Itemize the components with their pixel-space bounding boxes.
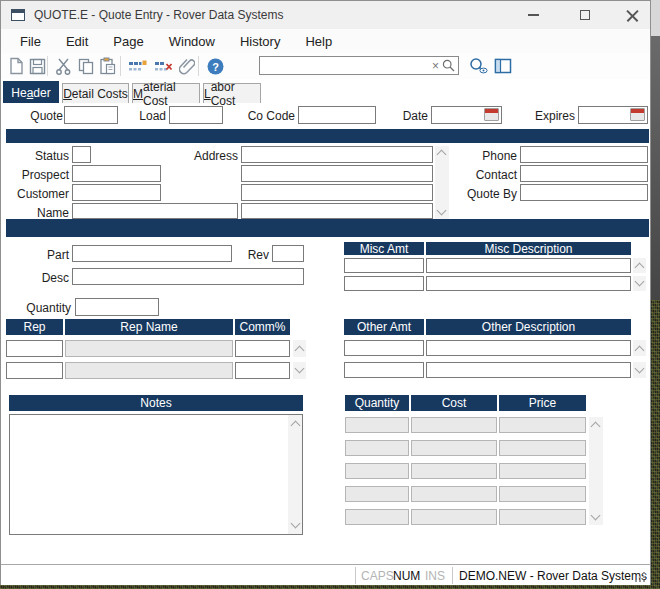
menu-help[interactable]: Help: [296, 31, 341, 52]
other-scroll-up[interactable]: [633, 340, 646, 356]
address-line1-input[interactable]: [241, 146, 433, 163]
misc-description-input-row2[interactable]: [426, 276, 631, 291]
rev-input[interactable]: [272, 245, 304, 262]
qcp-cost-cell-row4: [411, 486, 497, 502]
qcp-quantity-cell-row4: [345, 486, 409, 502]
misc-scroll-up[interactable]: [633, 258, 646, 273]
calendar-icon[interactable]: [484, 108, 499, 121]
tab-labor-cost[interactable]: Labor Cost: [203, 83, 261, 103]
cut-button[interactable]: [52, 55, 74, 77]
notes-scrollbar[interactable]: [288, 415, 302, 534]
scroll-down-icon[interactable]: [591, 511, 601, 521]
caps-indicator: CAPS: [361, 569, 394, 583]
other-description-header: Other Description: [426, 319, 631, 335]
quote-input[interactable]: [64, 106, 118, 124]
save-button[interactable]: [26, 55, 48, 77]
other-amt-input-row1[interactable]: [344, 340, 424, 356]
qcp-cost-cell-row5: [411, 509, 497, 525]
scroll-up-icon: [635, 263, 645, 273]
load-input[interactable]: [169, 106, 223, 124]
maximize-button[interactable]: [567, 1, 603, 29]
section-divider-bar: [6, 129, 649, 143]
menu-page[interactable]: Page: [104, 31, 152, 52]
quote-by-input[interactable]: [520, 184, 648, 201]
attachment-button[interactable]: [176, 55, 198, 77]
contact-label: Contact: [461, 168, 517, 182]
phone-input[interactable]: [520, 146, 648, 163]
search-input[interactable]: [260, 58, 429, 73]
misc-description-header: Misc Description: [426, 242, 631, 255]
qcp-price-header: Price: [499, 395, 586, 411]
rep-scroll-down[interactable]: [293, 362, 306, 379]
title-bar[interactable]: QUOTE.E - Quote Entry - Rover Data Syste…: [1, 1, 650, 29]
num-indicator: NUM: [393, 569, 420, 583]
scroll-down-icon[interactable]: [437, 206, 447, 216]
quote-label: Quote: [13, 109, 63, 123]
address-line3-input[interactable]: [241, 184, 433, 201]
quantity-input[interactable]: [75, 298, 159, 316]
search-icon[interactable]: [442, 59, 458, 72]
customer-input[interactable]: [72, 184, 161, 201]
misc-amt-input-row2[interactable]: [344, 276, 424, 291]
misc-description-input-row1[interactable]: [426, 258, 631, 273]
scroll-up-icon[interactable]: [437, 150, 447, 160]
qcp-cost-header: Cost: [411, 395, 497, 411]
menu-edit[interactable]: Edit: [57, 31, 97, 52]
resize-grip[interactable]: [635, 570, 647, 582]
rev-label: Rev: [239, 248, 269, 262]
contact-input[interactable]: [520, 165, 648, 182]
scroll-up-icon[interactable]: [290, 421, 300, 431]
calendar-icon[interactable]: [630, 108, 645, 121]
menu-history[interactable]: History: [231, 31, 289, 52]
close-button[interactable]: [613, 1, 651, 29]
insert-row-button[interactable]: [126, 55, 148, 77]
help-button[interactable]: ?: [204, 55, 226, 77]
other-amt-input-row2[interactable]: [344, 362, 424, 378]
tab-material-cost[interactable]: Material Cost: [132, 83, 200, 103]
comm-input-row1[interactable]: [235, 340, 290, 357]
toolbar-separator: [198, 56, 199, 76]
layout-panel-button[interactable]: [492, 55, 514, 77]
delete-row-button[interactable]: [152, 55, 174, 77]
rep-name-header: Rep Name: [65, 319, 233, 335]
minimize-button[interactable]: [515, 1, 551, 29]
menu-file[interactable]: File: [11, 31, 50, 52]
lookup-preview-button[interactable]: [467, 55, 489, 77]
new-document-button[interactable]: [5, 55, 27, 77]
menu-window[interactable]: Window: [160, 31, 224, 52]
status-input[interactable]: [72, 146, 91, 163]
prospect-input[interactable]: [72, 165, 161, 182]
attachment-icon: [179, 58, 195, 75]
copy-button[interactable]: [75, 55, 97, 77]
name-input[interactable]: [72, 203, 238, 219]
misc-amt-input-row1[interactable]: [344, 258, 424, 273]
misc-scroll-down[interactable]: [633, 276, 646, 291]
rep-input-row2[interactable]: [6, 362, 63, 379]
scroll-up-icon[interactable]: [591, 422, 601, 432]
notes-textarea[interactable]: [10, 415, 288, 534]
scroll-down-icon[interactable]: [290, 519, 300, 529]
part-input[interactable]: [72, 245, 232, 262]
paste-icon: [99, 57, 116, 75]
date-label: Date: [391, 109, 428, 123]
address-line4-input[interactable]: [241, 203, 433, 219]
rep-input-row1[interactable]: [6, 340, 63, 357]
address-scrollbar[interactable]: [435, 146, 449, 219]
qcp-scrollbar[interactable]: [589, 417, 603, 525]
comm-input-row2[interactable]: [235, 362, 290, 379]
rep-scroll-up[interactable]: [293, 340, 306, 357]
paste-button[interactable]: [96, 55, 118, 77]
co-code-input[interactable]: [298, 106, 376, 124]
other-scroll-down[interactable]: [633, 362, 646, 378]
tab-header[interactable]: Header: [3, 81, 59, 103]
desc-input[interactable]: [72, 268, 304, 285]
tab-detail-costs[interactable]: Detail Costs: [62, 83, 129, 103]
scroll-down-icon: [635, 363, 645, 373]
clear-search-icon[interactable]: ×: [429, 60, 442, 72]
other-description-input-row2[interactable]: [426, 362, 631, 378]
tab-strip: Header Detail Costs Material Cost Labor …: [1, 81, 650, 103]
other-description-input-row1[interactable]: [426, 340, 631, 356]
address-line2-input[interactable]: [241, 165, 433, 182]
section-divider-bar: [6, 219, 649, 237]
qcp-cost-cell-row1: [411, 417, 497, 433]
